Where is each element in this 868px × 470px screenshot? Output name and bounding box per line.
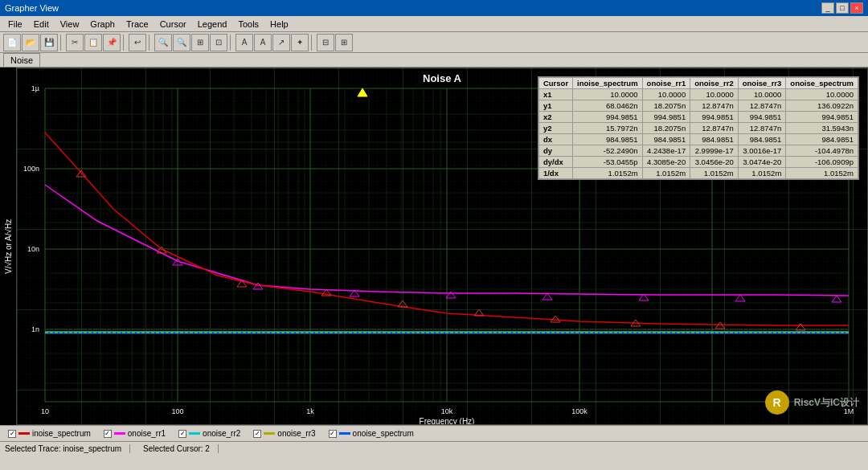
svg-text:10: 10 [41, 407, 49, 415]
open-button[interactable]: 📂 [22, 34, 39, 51]
noise-tab[interactable]: Noise [3, 53, 40, 67]
cursor-cell: 12.8747n [738, 123, 786, 134]
window-title: Grapher View [5, 3, 59, 13]
legend-color-inoise [18, 432, 30, 435]
menu-bar: File Edit View Graph Trace Cursor Legend… [0, 16, 868, 32]
legend-check-ospectrum[interactable]: ✓ [329, 430, 337, 438]
cursor-data-table: Cursor inoise_spectrum onoise_rr1 onoise… [538, 76, 859, 180]
cursor-cell: 1.0152m [786, 168, 858, 179]
cursor2-button[interactable]: A [254, 34, 272, 51]
watermark-text: RiscV与IC设计 [794, 396, 859, 410]
cursor-cell: 1.0152m [573, 168, 643, 179]
cursor-button[interactable]: A [235, 34, 253, 51]
cursor-col-rr2: onoise_rr2 [690, 78, 739, 89]
zoom-fit-button[interactable]: ⊞ [191, 34, 209, 51]
cursor-cell: 136.0922n [786, 100, 858, 112]
legend-color-rr3 [264, 432, 275, 435]
svg-text:1µ: 1µ [31, 84, 39, 92]
export1-button[interactable]: ⊟ [317, 34, 334, 51]
undo-button[interactable]: ↩ [129, 34, 146, 51]
zoom-in-button[interactable]: 🔍 [154, 34, 172, 51]
cursor-cell: 984.9851 [642, 134, 690, 145]
menu-trace[interactable]: Trace [121, 18, 154, 31]
cursor-cell: 1.0152m [642, 168, 690, 179]
svg-text:1k: 1k [306, 407, 314, 415]
toolbar-sep-3 [149, 35, 152, 51]
cursor-cell: 984.9851 [738, 134, 786, 145]
legend-check-rr3[interactable]: ✓ [253, 430, 261, 438]
cursor-cell: 12.8747n [690, 123, 739, 134]
legend-color-ospectrum [339, 432, 350, 435]
cursor-row-label: y1 [538, 100, 572, 112]
legend-row: ✓ inoise_spectrum ✓ onoise_rr1 ✓ onoise_… [0, 425, 868, 441]
cursor-col-ospectrum: onoise_spectrum [786, 78, 858, 89]
maximize-button[interactable]: □ [836, 2, 849, 14]
export2-button[interactable]: ⊞ [335, 34, 353, 51]
legend-label-rr1: onoise_rr1 [128, 429, 166, 438]
menu-file[interactable]: File [3, 18, 27, 31]
paste-button[interactable]: 📌 [103, 34, 121, 51]
menu-edit[interactable]: Edit [29, 18, 54, 31]
cursor-cell: 31.5943n [786, 123, 858, 134]
cursor-row-label: dy [538, 145, 572, 157]
menu-help[interactable]: Help [265, 18, 293, 31]
chart-plot[interactable]: Noise A [16, 67, 868, 425]
cursor-cell: 10.0000 [690, 89, 739, 100]
toolbar-sep-5 [311, 35, 314, 51]
cursor-cell: 3.0016e-17 [738, 145, 786, 157]
cursor-cell: 1.0152m [690, 168, 739, 179]
legend-item-rr1: ✓ onoise_rr1 [104, 429, 166, 438]
cursor-cell: 994.9851 [642, 112, 690, 123]
legend-item-rr2: ✓ onoise_rr2 [178, 429, 240, 438]
cursor-cell: 4.2438e-17 [642, 145, 690, 157]
cursor-cell: 984.9851 [786, 134, 858, 145]
minimize-button[interactable]: _ [821, 2, 834, 14]
zoom-select-button[interactable]: ⊡ [210, 34, 227, 51]
svg-text:100n: 100n [23, 165, 39, 173]
cursor-cell: 18.2075n [642, 100, 690, 112]
legend-color-rr2 [189, 432, 200, 435]
legend-item-ospectrum: ✓ onoise_spectrum [329, 429, 414, 438]
legend-check-inoise[interactable]: ✓ [8, 430, 16, 438]
legend-label-rr3: onoise_rr3 [277, 429, 315, 438]
menu-tools[interactable]: Tools [233, 18, 264, 31]
legend-color-rr1 [114, 432, 125, 435]
menu-view[interactable]: View [55, 18, 84, 31]
cursor-cell: 994.9851 [738, 112, 786, 123]
legend-check-rr1[interactable]: ✓ [104, 430, 112, 438]
cut-button[interactable]: ✂ [66, 34, 84, 51]
cursor-cell: 4.3085e-20 [642, 157, 690, 168]
arrow-button[interactable]: ↗ [272, 34, 290, 51]
legend-item-rr3: ✓ onoise_rr3 [253, 429, 315, 438]
legend-label-inoise: inoise_spectrum [32, 429, 91, 438]
cursor-cell: 984.9851 [573, 134, 643, 145]
menu-legend[interactable]: Legend [193, 18, 232, 31]
selected-trace-status: Selected Trace: inoise_spectrum [5, 444, 130, 453]
chart-area: V/√Hz or A/√Hz Noise A [0, 67, 868, 425]
window-controls[interactable]: _ □ × [821, 2, 863, 14]
svg-text:Frequency (Hz): Frequency (Hz) [420, 417, 475, 424]
svg-text:100k: 100k [571, 407, 588, 415]
cursor-cell: 994.9851 [573, 112, 643, 123]
watermark-icon: R [765, 390, 789, 415]
legend-check-rr2[interactable]: ✓ [178, 430, 186, 438]
save-button[interactable]: 💾 [40, 34, 58, 51]
cursor-cell: 15.7972n [573, 123, 643, 134]
cursor-cell: 12.8747n [738, 100, 786, 112]
menu-graph[interactable]: Graph [85, 18, 120, 31]
cursor-cell: 18.2075n [642, 123, 690, 134]
svg-text:1n: 1n [31, 325, 39, 333]
cursor-row-label: 1/dx [538, 168, 572, 179]
close-button[interactable]: × [850, 2, 863, 14]
menu-cursor[interactable]: Cursor [155, 18, 191, 31]
marker-button[interactable]: ✦ [291, 34, 309, 51]
cursor-cell: 3.0456e-20 [690, 157, 739, 168]
svg-text:10n: 10n [27, 245, 39, 253]
zoom-out-button[interactable]: 🔍 [173, 34, 190, 51]
cursor-cell: -52.2490n [573, 145, 643, 157]
new-button[interactable]: 📄 [3, 34, 21, 51]
legend-label-ospectrum: onoise_spectrum [353, 429, 414, 438]
cursor-cell: 994.9851 [786, 112, 858, 123]
cursor-cell: 12.8747n [690, 100, 739, 112]
copy-button[interactable]: 📋 [84, 34, 102, 51]
